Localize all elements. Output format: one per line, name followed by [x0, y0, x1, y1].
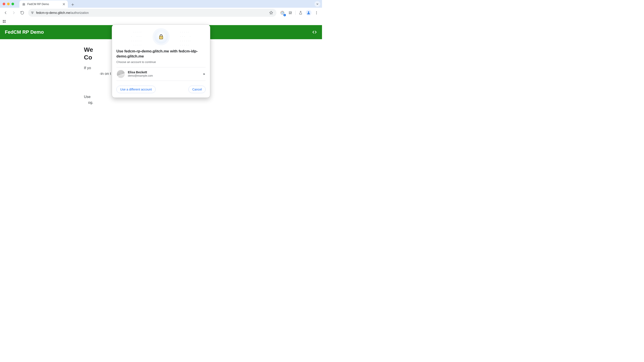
svg-point-4 — [282, 12, 283, 14]
dialog-subtitle: Choose an account to continue — [116, 60, 206, 64]
window-minimize-icon[interactable] — [7, 3, 10, 5]
svg-rect-9 — [3, 20, 4, 21]
heading-fragment-2: Co — [84, 54, 92, 61]
devtools-code-icon[interactable] — [312, 30, 317, 35]
window-close-icon[interactable] — [3, 3, 5, 5]
url-path: /authorization — [70, 11, 89, 14]
svg-point-15 — [119, 72, 122, 75]
back-button[interactable] — [2, 9, 9, 16]
toolbar-right-cluster: 1 — [278, 9, 320, 16]
hero-decorative-dots-left: ...... .............. — [131, 30, 142, 47]
bottom-frag-start: Use — [84, 95, 90, 99]
bookmark-star-icon[interactable] — [268, 10, 274, 16]
account-name: Elisa Beckett — [128, 70, 200, 74]
svg-point-0 — [32, 12, 32, 12]
bookmarks-bar — [0, 18, 322, 25]
profile-avatar-button[interactable] — [305, 9, 312, 16]
svg-point-14 — [160, 37, 162, 38]
hero-decorative-dots-right: ........ ............ — [180, 30, 192, 47]
omnibox-url: fedcm-rp-demo.glitch.me/authorization — [36, 11, 266, 14]
site-favicon-icon — [22, 2, 26, 6]
window-zoom-icon[interactable] — [12, 3, 14, 5]
new-tab-button[interactable] — [70, 2, 76, 8]
chevron-right-icon: ▶ — [204, 73, 205, 75]
use-different-account-button[interactable]: Use a different account — [116, 86, 156, 93]
cancel-button[interactable]: Cancel — [188, 86, 206, 93]
window-controls — [0, 0, 17, 8]
toolbar-divider — [295, 10, 296, 15]
extension-chrome-icon[interactable]: 1 — [278, 9, 286, 16]
browser-tab[interactable]: FedCM RP Demo — [20, 0, 68, 8]
avatar — [117, 70, 125, 78]
svg-point-7 — [316, 12, 317, 13]
account-option[interactable]: Elisa Beckett demo@example.com ▶ — [116, 67, 206, 81]
apps-grid-icon[interactable] — [1, 18, 8, 25]
dialog-title: Use fedcm-rp-demo.glitch.me with fedcm-i… — [116, 49, 206, 59]
svg-point-6 — [316, 11, 317, 12]
svg-point-5 — [308, 12, 309, 13]
reload-button[interactable] — [18, 9, 26, 16]
svg-point-2 — [32, 13, 32, 14]
account-text: Elisa Beckett demo@example.com — [128, 70, 200, 77]
dialog-hero: ...... .............. ........ .........… — [112, 25, 210, 49]
url-host: fedcm-rp-demo.glitch.me — [36, 11, 70, 14]
extensions-puzzle-icon[interactable] — [286, 9, 294, 16]
extension-badge-count: 1 — [284, 14, 286, 16]
heading-fragment-1: We — [84, 46, 93, 53]
omnibox[interactable]: fedcm-rp-demo.glitch.me/authorization — [28, 9, 276, 17]
svg-point-1 — [32, 12, 33, 13]
lock-badge-icon — [154, 30, 168, 44]
browser-titlebar: FedCM RP Demo — [0, 0, 322, 8]
tab-search-chevron-icon[interactable] — [314, 1, 320, 7]
browser-toolbar: fedcm-rp-demo.glitch.me/authorization 1 — [0, 8, 322, 18]
svg-rect-10 — [4, 20, 6, 21]
site-settings-icon[interactable] — [30, 11, 34, 15]
bottom-frag-end: og. — [88, 100, 94, 104]
tab-title: FedCM RP Demo — [27, 3, 60, 6]
chrome-menu-icon[interactable] — [313, 9, 320, 16]
close-tab-icon[interactable] — [62, 2, 66, 6]
para-frag-start: If yo — [84, 66, 91, 70]
forward-button[interactable] — [10, 9, 18, 16]
account-email: demo@example.com — [128, 74, 200, 77]
app-title: FedCM RP Demo — [5, 29, 44, 35]
svg-rect-12 — [4, 22, 6, 23]
para-frag-end: -in on t — [100, 72, 111, 76]
fedcm-dialog: ...... .............. ........ .........… — [112, 24, 210, 98]
page-viewport: FedCM RP Demo We Co If yo lorem ipsum do… — [0, 25, 322, 181]
svg-point-8 — [316, 14, 317, 14]
svg-rect-11 — [3, 22, 4, 23]
labs-flask-icon[interactable] — [297, 9, 304, 16]
